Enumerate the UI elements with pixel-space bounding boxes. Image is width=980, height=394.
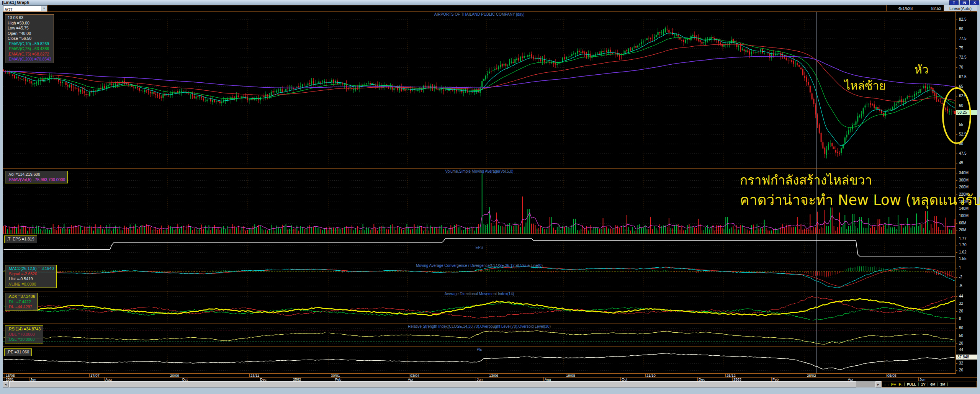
info-line: .EMAV(C,10) =59.8269: [8, 41, 51, 47]
period-toolbar: ⋮⋮ F+ F- |FULL|1Y|6M|3M|: [882, 381, 977, 387]
title-bar[interactable]: [Link1] Graph T IN X: [0, 0, 980, 5]
info-line: .EMAV(C,25) =63.4386: [8, 46, 51, 52]
axis-tick: [956, 223, 957, 224]
period-button-1y[interactable]: 1Y: [921, 382, 926, 386]
pe-info-box: .PE =31.060: [4, 348, 32, 356]
separator: |: [918, 382, 919, 386]
volume-axis: 340M300M260M220M180M140M100M60M20M: [955, 169, 977, 234]
eps-plot[interactable]: [3, 234, 955, 263]
axis-tick: [956, 144, 957, 144]
info-line: .ADX =37.3406: [8, 294, 35, 299]
info-line: High =59.00: [8, 21, 51, 26]
info-line: .EMAV(C,75) =68.8272: [8, 52, 51, 57]
scale-mode-button[interactable]: Linear(Auto): [944, 5, 977, 11]
axis-tick: [956, 48, 957, 49]
macd-panel[interactable]: Moving Average Convergence / Divergence(…: [3, 263, 977, 291]
symbol-combobox[interactable]: AOT ▼: [3, 5, 47, 12]
info-line: Close =56.50: [8, 36, 51, 41]
axis-tick: [956, 187, 957, 188]
axis-tick-label: 26: [959, 368, 963, 372]
info-line: .RSI(14) =34.8743: [8, 327, 41, 332]
volume-plot[interactable]: [3, 169, 955, 234]
info-line: .DI- =44.4297: [8, 304, 35, 310]
price-panel[interactable]: AIRPORTS OF THAILAND PUBLIC COMPANY [day…: [3, 11, 977, 168]
info-line: .Vol =134,219,600: [8, 172, 65, 177]
info-line: .DI+ =7.4422: [8, 299, 35, 305]
axis-tick: [956, 202, 957, 202]
scroll-right-button[interactable]: ►: [875, 381, 881, 387]
separator: |: [928, 382, 929, 386]
zoom-out-button[interactable]: F-: [898, 382, 902, 387]
info-line: .OBL =70.0000: [8, 332, 41, 337]
adx-panel[interactable]: Average Directional Movement Index(14) .…: [3, 291, 977, 324]
scrollbar-thumb[interactable]: [9, 381, 856, 387]
axis-tick-label: 1.55: [959, 257, 966, 261]
axis-tick-label: 20M: [959, 228, 966, 232]
axis-tick: [956, 29, 957, 29]
axis-tick: [956, 336, 957, 336]
volume-panel[interactable]: Volume,Simple Moving Average(Vol,5,0) .V…: [3, 168, 977, 234]
info-line: Open =48.00: [8, 31, 51, 36]
rsi-axis: 805020: [955, 324, 977, 347]
axis-tick-label: 44: [959, 348, 963, 352]
axis-tick: [956, 57, 957, 58]
axis-tick: [956, 216, 957, 216]
price-axis: 82.58077.57572.57067.56562.5605552.55047…: [955, 12, 977, 169]
status-cells: 451/528 82.53 Linear(Auto): [886, 5, 977, 11]
rsi-panel[interactable]: Relative Strength Index(CLOSE,14,30,70),…: [3, 324, 977, 347]
period-button-full[interactable]: FULL: [907, 382, 916, 386]
info-line: .T_EPS =1.819: [7, 237, 34, 242]
zoom-in-button[interactable]: F+: [891, 382, 896, 387]
graph-window: [Link1] Graph T IN X AOT ▼ 451/528 82.53…: [0, 0, 980, 394]
macd-plot[interactable]: [3, 263, 955, 291]
axis-tick-label: 340M: [959, 171, 969, 175]
axis-tick-label: 1.62: [959, 250, 966, 254]
month-axis: 2561JunAugOctDec2562FebAprJunAugOctDec25…: [3, 377, 977, 381]
crosshair-value: 82.53: [915, 5, 944, 11]
period-button-3m[interactable]: 3M: [940, 382, 945, 386]
period-button-6m[interactable]: 6M: [930, 382, 935, 386]
axis-tick: [956, 350, 957, 350]
volume-info-box: .Vol =134,219,600.SMAV(Vol,5) =75,993,70…: [5, 171, 68, 183]
axis-tick: [956, 311, 957, 312]
axis-tick: [956, 328, 957, 329]
axis-tick-label: 20: [959, 309, 963, 313]
axis-tick-label: 67.5: [959, 75, 966, 79]
axis-tick-label: 70: [959, 65, 963, 69]
axis-tick-label: 60M: [959, 221, 966, 225]
ohlc-info-box: 13 03 63High =59.00Low =45.75Open =48.00…: [5, 14, 54, 63]
axis-tick: [956, 87, 957, 87]
axis-tick-label: 300M: [959, 178, 969, 182]
axis-tick: [956, 370, 957, 371]
axis-tick-label: 180M: [959, 200, 969, 204]
info-line: .EMAV(C,200) =70.8543: [8, 57, 51, 62]
axis-tick: [956, 180, 957, 181]
axis-tick-label: 1.70: [959, 243, 966, 247]
chevron-down-icon[interactable]: ▼: [41, 6, 47, 11]
axis-tick: [956, 252, 957, 253]
axis-tick-label: 82.5: [959, 18, 966, 21]
eps-info-box: .T_EPS =1.819: [4, 235, 37, 243]
axis-tick: [956, 209, 957, 209]
axis-tick: [956, 106, 957, 106]
axis-tick-label: 55: [959, 123, 963, 127]
pe-panel[interactable]: PE .PE =31.060 4438322637.848: [3, 347, 977, 373]
pe-plot[interactable]: [3, 347, 955, 374]
price-plot[interactable]: [3, 12, 955, 169]
period-buttons: |FULL|1Y|6M|3M|: [904, 382, 949, 386]
symbol-toolbar: AOT ▼ 451/528 82.53 Linear(Auto): [3, 5, 977, 11]
axis-tick: [956, 39, 957, 39]
adx-plot[interactable]: [3, 291, 955, 324]
window-title: [Link1] Graph: [0, 0, 29, 5]
info-line: .VLINE =0.0000: [8, 282, 54, 287]
rsi-plot[interactable]: [3, 324, 955, 347]
horizontal-scrollbar[interactable]: ◄ ►: [3, 381, 882, 388]
scroll-left-button[interactable]: ◄: [3, 381, 8, 387]
rsi-info-box: .RSI(14) =34.8743.OBL =70.0000.OSL =30.0…: [5, 325, 43, 343]
grip-icon[interactable]: ⋮⋮: [883, 382, 889, 386]
axis-tick: [956, 125, 957, 125]
axis-tick: [956, 20, 957, 20]
last-value-badge: 58.25: [956, 110, 977, 115]
eps-panel[interactable]: EPS .T_EPS =1.819 1.771.701.621.55: [3, 234, 977, 263]
axis-tick: [956, 343, 957, 344]
